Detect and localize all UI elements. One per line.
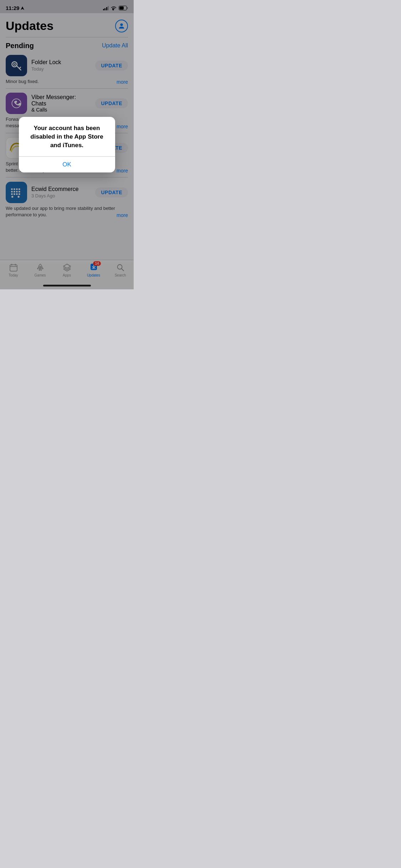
modal-body: Your account has been disabled in the Ap… [19, 117, 115, 156]
modal-box: Your account has been disabled in the Ap… [19, 117, 115, 172]
modal-overlay: Your account has been disabled in the Ap… [0, 0, 134, 289]
modal-actions: OK [19, 157, 115, 172]
modal-ok-button[interactable]: OK [19, 157, 115, 172]
modal-message: Your account has been disabled in the Ap… [25, 124, 109, 149]
